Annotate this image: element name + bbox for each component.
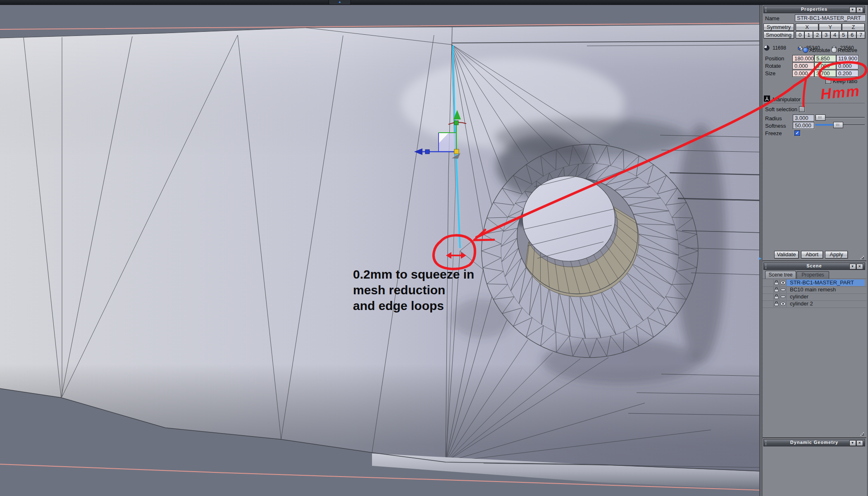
radius-label: Radius	[765, 115, 782, 122]
radius-field[interactable]: 3.000	[793, 114, 814, 122]
freeze-label: Freeze	[765, 130, 782, 136]
softness-field[interactable]: 50.000	[793, 122, 814, 129]
panel-resize-grip[interactable]	[860, 432, 864, 436]
relative-radio[interactable]	[831, 47, 837, 53]
radius-slider-handle[interactable]	[816, 114, 825, 121]
right-dock-edge	[866, 5, 868, 496]
section-divider	[763, 103, 865, 103]
keep-ratio-label: Keep ratio	[833, 78, 857, 84]
absolute-label: Absolute	[809, 47, 830, 53]
panel-splitter[interactable]	[759, 5, 763, 496]
scene-panel-title: Scene	[806, 263, 822, 268]
smoothing-5-button[interactable]: 5	[839, 31, 848, 38]
name-field[interactable]: STR-BC1-MASTER_PART	[795, 14, 866, 21]
absolute-radio[interactable]	[803, 47, 808, 53]
relative-label: Relative	[838, 47, 857, 53]
properties-panel-header[interactable]: Properties ▼ ✕	[763, 6, 865, 13]
app-window: 0.2mm to squeeze in mesh reduction and e…	[0, 0, 868, 496]
dynamic-geometry-panel: Dynamic Geometry ▼ ✕	[763, 438, 866, 496]
scene-tree-row[interactable]: BC10 main remesh	[763, 286, 866, 294]
smoothing-0-button[interactable]: 0	[796, 31, 804, 38]
smoothing-1-button[interactable]: 1	[804, 31, 813, 38]
radius-slider[interactable]	[815, 114, 865, 120]
tab-scene-tree[interactable]: Scene tree	[765, 271, 796, 279]
softness-slider[interactable]	[815, 122, 865, 128]
rotate-label: Rotate	[765, 63, 781, 69]
dynamic-geometry-title: Dynamic Geometry	[790, 440, 838, 445]
vertices-icon	[764, 45, 770, 51]
smoothing-7-button[interactable]: 7	[856, 31, 865, 38]
apply-button[interactable]: Apply	[825, 251, 848, 258]
viewport-3d[interactable]	[0, 0, 763, 496]
size-label: Size	[765, 70, 775, 76]
eye-open-icon[interactable]	[780, 300, 787, 307]
keep-ratio-checkbox[interactable]	[825, 78, 831, 84]
panel-menu-button[interactable]: ▼	[849, 440, 856, 446]
panel-resize-grip[interactable]	[860, 255, 864, 260]
top-toolbar-collapsed	[0, 0, 868, 5]
eye-closed-icon[interactable]	[780, 286, 787, 293]
position-y-field[interactable]: 5.850	[814, 55, 836, 62]
scene-tree-row[interactable]: STR-BC1-MASTER_PART	[763, 279, 866, 287]
soft-selection-checkbox[interactable]	[799, 106, 805, 112]
size-y-field[interactable]: 3.700	[814, 70, 836, 77]
lock-icon[interactable]	[774, 279, 780, 286]
scene-panel-header[interactable]: Scene ▼ ✕	[763, 262, 865, 270]
softness-slider-handle[interactable]	[833, 122, 843, 128]
properties-panel: Properties ▼ ✕ Name STR-BC1-MASTER_PART …	[763, 5, 866, 261]
scene-tree-row[interactable]: cylinder 2	[763, 300, 866, 308]
tab-properties[interactable]: Properties	[796, 271, 829, 279]
smoothing-4-button[interactable]: 4	[830, 31, 839, 38]
panel-menu-button[interactable]: ▼	[849, 264, 856, 269]
scene-panel: Scene ▼ ✕ Scene tree Properties STR-BC1-…	[763, 261, 866, 438]
abort-button[interactable]: Abort	[801, 251, 823, 258]
smoothing-3-button[interactable]: 3	[822, 31, 830, 38]
panel-close-button[interactable]: ✕	[856, 7, 863, 13]
name-label: Name	[765, 15, 780, 21]
freeze-checkbox[interactable]: ✓	[794, 130, 800, 136]
panel-close-button[interactable]: ✕	[856, 264, 863, 269]
viewport-note-text: 0.2mm to squeeze in mesh reduction and e…	[353, 267, 474, 314]
soft-selection-label: Soft selection	[765, 106, 797, 112]
symmetry-z-button[interactable]: Z	[842, 24, 865, 31]
smoothing-6-button[interactable]: 6	[848, 31, 856, 38]
eye-closed-icon[interactable]	[780, 293, 787, 300]
lock-icon[interactable]	[774, 286, 780, 293]
dynamic-geometry-header[interactable]: Dynamic Geometry ▼ ✕	[763, 439, 865, 446]
smoothing-button[interactable]: Smoothing	[763, 31, 794, 38]
rotate-y-field[interactable]: 0.000	[814, 62, 836, 69]
right-dock: Properties ▼ ✕ Name STR-BC1-MASTER_PART …	[763, 0, 866, 496]
manipulator-icon	[764, 95, 770, 102]
eye-open-icon[interactable]	[780, 279, 787, 286]
toolbar-expand-tab[interactable]: ▲	[329, 0, 351, 5]
symmetry-button[interactable]: Symmetry	[763, 24, 794, 31]
x-axis-handle[interactable]	[425, 150, 429, 154]
up-triangle-icon: ▲	[338, 0, 341, 4]
gizmo-origin-handle[interactable]	[454, 149, 459, 154]
position-x-field[interactable]: 180.000	[792, 55, 814, 62]
panel-menu-button[interactable]: ▼	[849, 7, 856, 13]
symmetry-x-button[interactable]: X	[796, 24, 818, 31]
smoothing-2-button[interactable]: 2	[813, 31, 822, 38]
scene-tree-row[interactable]: cylinder	[763, 293, 866, 301]
vertex-count: 11698	[764, 45, 786, 51]
symmetry-y-button[interactable]: Y	[819, 24, 842, 31]
softness-label: Softness	[765, 123, 786, 129]
faces-icon	[797, 45, 803, 51]
validate-button[interactable]: Validate	[774, 251, 799, 258]
properties-panel-title: Properties	[801, 7, 827, 12]
position-z-field[interactable]: 119.900	[836, 55, 858, 62]
panel-close-button[interactable]: ✕	[856, 440, 863, 446]
y-axis-handle[interactable]	[454, 121, 458, 125]
size-z-field[interactable]: 0.200	[836, 70, 858, 77]
lock-icon[interactable]	[774, 300, 780, 307]
lock-icon[interactable]	[774, 293, 780, 300]
size-x-field[interactable]: 0.000	[792, 70, 814, 77]
rotate-x-field[interactable]: 0.000	[792, 62, 814, 69]
position-label: Position	[765, 55, 784, 62]
rotate-z-field[interactable]: 0.000	[836, 62, 858, 69]
panel-collapse-arrow-icon[interactable]: ▶	[759, 256, 762, 260]
manipulator-label: Manipulator	[773, 96, 801, 103]
